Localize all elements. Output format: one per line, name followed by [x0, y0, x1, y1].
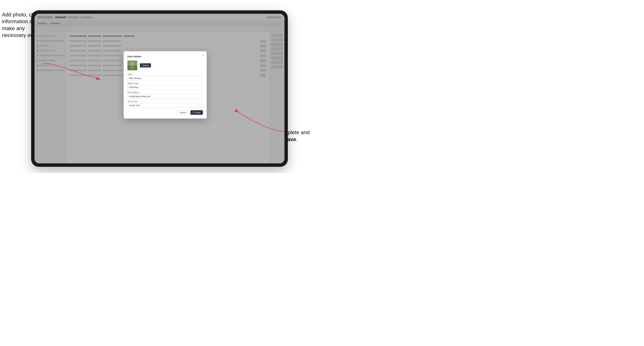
email-label: Email address [128, 91, 203, 93]
display-name-input[interactable] [128, 85, 203, 90]
modal-overlay: User details × [34, 14, 284, 163]
annotation-right-end: . [296, 137, 298, 142]
school-year-label: School Year [128, 100, 203, 103]
school-year-clear-button[interactable]: × [197, 104, 199, 107]
cancel-button[interactable]: Cancel [177, 110, 189, 115]
profile-photo-thumb [128, 60, 137, 70]
tablet-screen: › [34, 14, 284, 163]
school-year-input[interactable] [128, 103, 203, 108]
modal-title: User details [128, 55, 203, 58]
display-name-label: Display name [128, 82, 203, 84]
name-field-group: Name [128, 73, 203, 80]
svg-point-4 [131, 62, 134, 65]
email-input[interactable] [128, 94, 203, 99]
school-year-wrapper: × ⌃ [128, 103, 203, 108]
upload-photo-button[interactable]: Upload [140, 63, 151, 67]
email-field-group: Email address [128, 91, 203, 99]
modal-footer: Cancel ⬆ Save [128, 110, 203, 115]
user-details-modal: User details × [124, 51, 207, 119]
tablet-frame: › [31, 10, 288, 167]
save-icon: ⬆ [193, 111, 194, 113]
modal-close-button[interactable]: × [202, 53, 204, 56]
name-input[interactable] [128, 76, 203, 80]
save-button-label: Save [196, 111, 200, 114]
svg-point-5 [130, 66, 134, 70]
display-name-field-group: Display name [128, 82, 203, 90]
save-button[interactable]: ⬆ Save [190, 110, 203, 115]
school-year-field-group: School Year × ⌃ [128, 100, 203, 108]
name-label: Name [128, 73, 203, 75]
photo-section: Upload [128, 60, 203, 70]
